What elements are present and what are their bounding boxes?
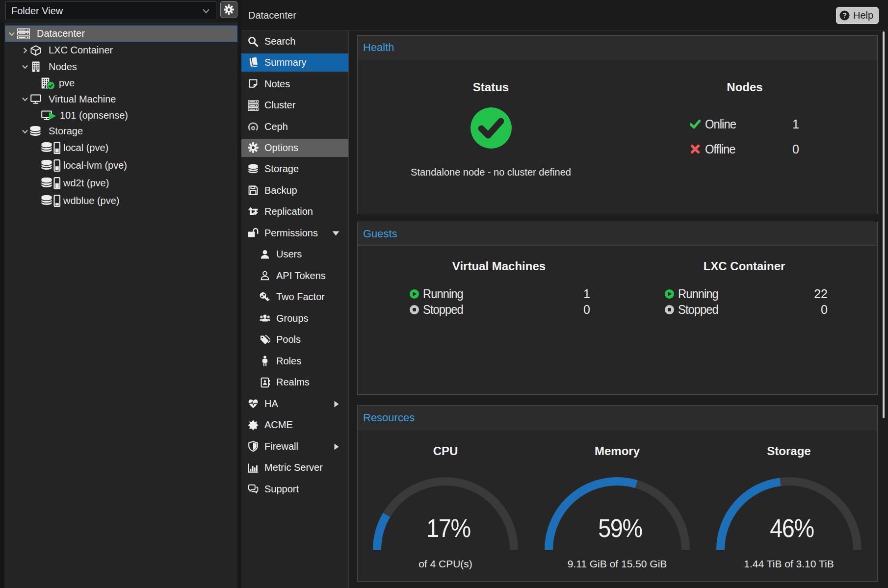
svg-text:?: ? — [842, 11, 847, 19]
